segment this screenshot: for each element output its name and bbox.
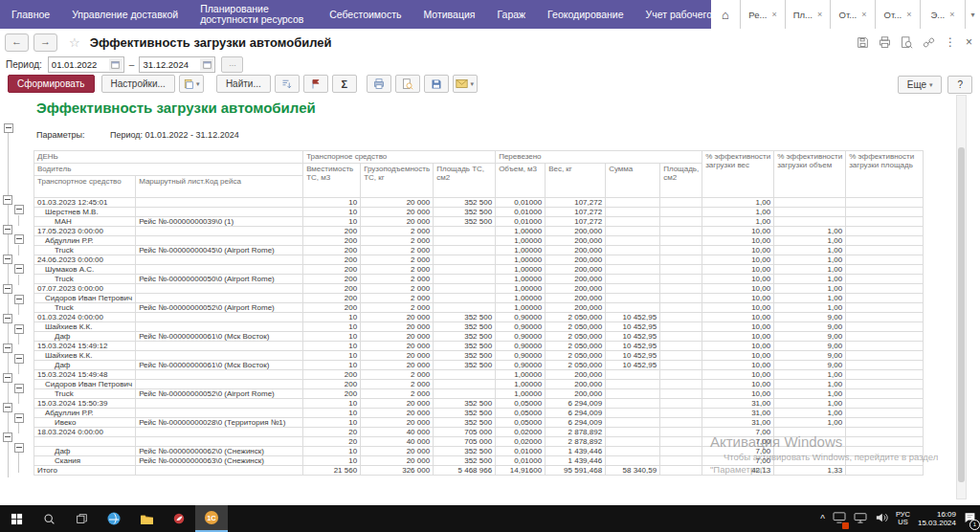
value-cell[interactable]: 40 000: [361, 437, 434, 447]
value-cell[interactable]: 20 000: [361, 409, 434, 418]
route-cell[interactable]: Рейс №-00000000050\0 (Airport Rome): [136, 275, 303, 284]
value-cell[interactable]: [606, 265, 660, 275]
value-cell[interactable]: [660, 389, 702, 399]
value-cell[interactable]: 200: [303, 236, 361, 246]
value-cell[interactable]: 10: [303, 198, 361, 208]
value-cell[interactable]: [774, 428, 846, 437]
value-cell[interactable]: 200: [303, 389, 361, 399]
route-cell[interactable]: [136, 294, 303, 303]
value-cell[interactable]: 42,13: [702, 466, 774, 476]
value-cell[interactable]: 6 294,009: [546, 418, 606, 428]
value-cell[interactable]: [434, 265, 496, 275]
value-cell[interactable]: 10 452,95: [606, 342, 660, 351]
value-cell[interactable]: 10 452,95: [606, 332, 660, 342]
route-cell[interactable]: [136, 198, 303, 208]
value-cell[interactable]: [660, 409, 702, 418]
value-cell[interactable]: 20 000: [361, 399, 434, 409]
value-cell[interactable]: 7,00: [702, 447, 774, 456]
row-label-cell[interactable]: Truck: [34, 275, 136, 284]
value-cell[interactable]: 0,90000: [496, 361, 546, 370]
value-cell[interactable]: [660, 265, 702, 275]
value-cell[interactable]: 10: [303, 217, 361, 227]
more-actions-button[interactable]: Еще ▾: [898, 76, 943, 94]
row-label-cell[interactable]: 07.07.2023 0:00:00: [34, 284, 136, 294]
value-cell[interactable]: 2 050,000: [546, 342, 606, 351]
send-mail-button[interactable]: ▾: [453, 75, 478, 93]
collapse-group-box[interactable]: [14, 443, 24, 453]
period-to-input[interactable]: [140, 59, 198, 70]
value-cell[interactable]: [606, 437, 660, 447]
row-label-cell[interactable]: Шайхиев К.К.: [34, 322, 136, 332]
document-tab[interactable]: От...×: [831, 0, 876, 29]
document-tab[interactable]: От...×: [876, 0, 921, 29]
value-cell[interactable]: 0,01000: [496, 456, 546, 466]
value-cell[interactable]: [846, 265, 924, 275]
value-cell[interactable]: [846, 437, 924, 447]
value-cell[interactable]: [846, 399, 924, 409]
value-cell[interactable]: 21 560: [303, 466, 361, 476]
value-cell[interactable]: [660, 361, 702, 370]
value-cell[interactable]: [606, 236, 660, 246]
collapse-group-box[interactable]: [3, 314, 12, 323]
value-cell[interactable]: 1 439,446: [546, 447, 606, 456]
value-cell[interactable]: 10,00: [702, 361, 774, 370]
period-more-button[interactable]: ...: [221, 56, 243, 73]
value-cell[interactable]: 200,000: [546, 303, 606, 313]
value-cell[interactable]: 1,00: [774, 275, 846, 284]
help-button[interactable]: ?: [947, 76, 972, 94]
value-cell[interactable]: [434, 294, 496, 303]
value-cell[interactable]: [846, 294, 924, 303]
period-from-input[interactable]: [49, 59, 107, 70]
value-cell[interactable]: [434, 370, 496, 380]
value-cell[interactable]: [606, 447, 660, 456]
collapse-group-box[interactable]: [14, 295, 24, 304]
value-cell[interactable]: 2 000: [361, 370, 434, 380]
value-cell[interactable]: 20 000: [361, 418, 434, 428]
value-cell[interactable]: 200,000: [546, 246, 606, 255]
value-cell[interactable]: 200,000: [546, 255, 606, 265]
value-cell[interactable]: 200,000: [546, 294, 606, 303]
value-cell[interactable]: 1,00000: [496, 246, 546, 255]
clock[interactable]: 16:0915.03.2024: [918, 510, 956, 527]
favorite-star-icon[interactable]: ☆: [69, 35, 80, 50]
value-cell[interactable]: [660, 246, 702, 255]
value-cell[interactable]: 9,00: [774, 322, 846, 332]
value-cell[interactable]: 705 000: [434, 437, 496, 447]
value-cell[interactable]: 200,000: [546, 284, 606, 294]
value-cell[interactable]: 10,00: [702, 275, 774, 284]
value-cell[interactable]: 0,90000: [496, 322, 546, 332]
value-cell[interactable]: 200: [303, 246, 361, 255]
collapse-group-box[interactable]: [3, 195, 12, 205]
route-cell[interactable]: Рейс №-00000000052\0 (Airport Rome): [136, 389, 303, 399]
value-cell[interactable]: [606, 399, 660, 409]
value-cell[interactable]: 9,00: [774, 332, 846, 342]
collapse-group-box[interactable]: [3, 432, 12, 442]
value-cell[interactable]: 10,00: [702, 380, 774, 389]
value-cell[interactable]: 1,00000: [496, 370, 546, 380]
print-button[interactable]: [367, 75, 391, 93]
value-cell[interactable]: 1,00000: [496, 227, 546, 236]
value-cell[interactable]: 9,00: [774, 351, 846, 361]
value-cell[interactable]: [660, 370, 702, 380]
value-cell[interactable]: [606, 370, 660, 380]
value-cell[interactable]: 200: [303, 284, 361, 294]
value-cell[interactable]: 352 500: [434, 351, 496, 361]
calendar-button[interactable]: [109, 58, 122, 71]
value-cell[interactable]: [660, 236, 702, 246]
value-cell[interactable]: [846, 236, 924, 246]
value-cell[interactable]: [606, 208, 660, 217]
value-cell[interactable]: 200: [303, 265, 361, 275]
value-cell[interactable]: 10,00: [702, 389, 774, 399]
collapse-group-box[interactable]: [14, 384, 24, 393]
value-cell[interactable]: [846, 456, 924, 466]
value-cell[interactable]: 200,000: [546, 227, 606, 236]
value-cell[interactable]: 10: [303, 351, 361, 361]
value-cell[interactable]: [846, 370, 924, 380]
value-cell[interactable]: [660, 198, 702, 208]
value-cell[interactable]: [606, 409, 660, 418]
value-cell[interactable]: [846, 332, 924, 342]
value-cell[interactable]: 2 000: [361, 294, 434, 303]
browser-button[interactable]: [98, 505, 130, 532]
value-cell[interactable]: [846, 342, 924, 351]
value-cell[interactable]: [606, 284, 660, 294]
